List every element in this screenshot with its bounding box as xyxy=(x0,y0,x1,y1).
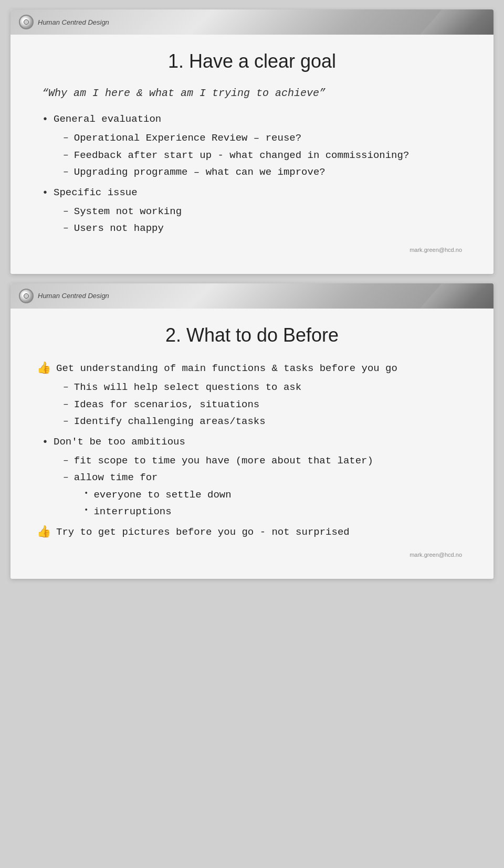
sub-a-text-1: fit scope to time you have (more about t… xyxy=(74,453,373,469)
slide-1-header: Human Centred Design xyxy=(10,9,494,35)
slide-2-header: Human Centred Design xyxy=(10,283,494,309)
general-eval-text: General evaluation xyxy=(54,112,161,127)
understanding-text: Get understanding of main functions & ta… xyxy=(56,361,397,376)
sub-text-4: System not working xyxy=(74,204,182,219)
dash-u2: – xyxy=(63,397,69,411)
sub-u-text-2: Ideas for scenarios, situations xyxy=(74,397,259,412)
header-deco-2 xyxy=(420,283,494,309)
brand-name: Human Centred Design xyxy=(38,18,109,26)
bullet-general-eval: • General evaluation xyxy=(42,112,467,128)
sub-u-text-3: Identify challenging areas/tasks xyxy=(74,414,266,429)
specific-issue-text: Specific issue xyxy=(54,185,138,200)
small-dot-1: • xyxy=(84,488,88,500)
bullet-dot-2: • xyxy=(42,185,48,201)
logo-2: Human Centred Design xyxy=(19,289,109,303)
dash-1: – xyxy=(63,131,69,145)
dash-a1: – xyxy=(63,453,69,468)
slide-1: Human Centred Design 1. Have a clear goa… xyxy=(10,9,494,274)
slide-2: Human Centred Design 2. What to do Befor… xyxy=(10,283,494,579)
sub-text-3: Upgrading programme – what can we improv… xyxy=(74,165,326,180)
dash-3: – xyxy=(63,165,69,179)
dash-4: – xyxy=(63,204,69,218)
bullet-ambitious: • Don't be too ambitious xyxy=(42,435,467,450)
sub-text-5: Users not happy xyxy=(74,221,164,236)
sub-bullet-4: – System not working xyxy=(63,204,467,219)
sub-text-1: Operational Experience Review – reuse? xyxy=(74,131,301,146)
small-dot-2: • xyxy=(84,504,88,517)
header-deco xyxy=(420,9,494,35)
dash-u1: – xyxy=(63,380,69,394)
sub-bullet-5: – Users not happy xyxy=(63,221,467,236)
thumb-icon-1: 👍 xyxy=(37,361,51,377)
sub-sub-1: • everyone to settle down xyxy=(84,488,467,503)
logo-inner-2 xyxy=(24,293,29,299)
thumb-icon-2: 👍 xyxy=(37,525,51,541)
bullet-dot-a: • xyxy=(42,435,48,450)
sub-understanding-3: – Identify challenging areas/tasks xyxy=(63,414,467,429)
sub-sub-2: • interruptions xyxy=(84,504,467,520)
sub-sub-text-2: interruptions xyxy=(93,504,171,520)
logo: Human Centred Design xyxy=(19,15,109,29)
sub-understanding-2: – Ideas for scenarios, situations xyxy=(63,397,467,412)
dash-a2: – xyxy=(63,470,69,484)
sub-bullet-1: – Operational Experience Review – reuse? xyxy=(63,131,467,146)
brand-name-2: Human Centred Design xyxy=(38,292,109,300)
slide-2-title: 2. What to do Before xyxy=(37,324,467,346)
slide-2-content: 2. What to do Before 👍 Get understanding… xyxy=(10,309,494,579)
slide-1-title: 1. Have a clear goal xyxy=(37,50,467,72)
bullet-dot-1: • xyxy=(42,112,48,128)
sub-text-2: Feedback after start up - what changed i… xyxy=(74,148,410,163)
bullet-pictures: 👍 Try to get pictures before you go - no… xyxy=(37,525,467,541)
sub-bullet-2: – Feedback after start up - what changed… xyxy=(63,148,467,163)
pictures-text: Try to get pictures before you go - not … xyxy=(56,525,350,540)
bullet-understanding: 👍 Get understanding of main functions & … xyxy=(37,361,467,377)
dash-2: – xyxy=(63,148,69,162)
sub-a-text-2: allow time for xyxy=(74,470,158,485)
logo-circle-2 xyxy=(19,289,34,303)
slide-1-subtitle: “Why am I here & what am I trying to ach… xyxy=(37,87,467,99)
slide-1-email: mark.green@hcd.no xyxy=(37,247,467,253)
bullet-specific-issue: • Specific issue xyxy=(42,185,467,201)
sub-ambitious-1: – fit scope to time you have (more about… xyxy=(63,453,467,469)
sub-bullet-3: – Upgrading programme – what can we impr… xyxy=(63,165,467,180)
logo-inner xyxy=(24,19,29,25)
dash-u3: – xyxy=(63,414,69,428)
sub-sub-text-1: everyone to settle down xyxy=(93,488,231,503)
slide-1-content: 1. Have a clear goal “Why am I here & wh… xyxy=(10,35,494,274)
sub-ambitious-2: – allow time for xyxy=(63,470,467,485)
slide-2-email: mark.green@hcd.no xyxy=(37,552,467,558)
ambitious-text: Don't be too ambitious xyxy=(54,435,185,450)
dash-5: – xyxy=(63,221,69,235)
sub-understanding-1: – This will help select questions to ask xyxy=(63,380,467,395)
logo-circle xyxy=(19,15,34,29)
sub-u-text-1: This will help select questions to ask xyxy=(74,380,301,395)
